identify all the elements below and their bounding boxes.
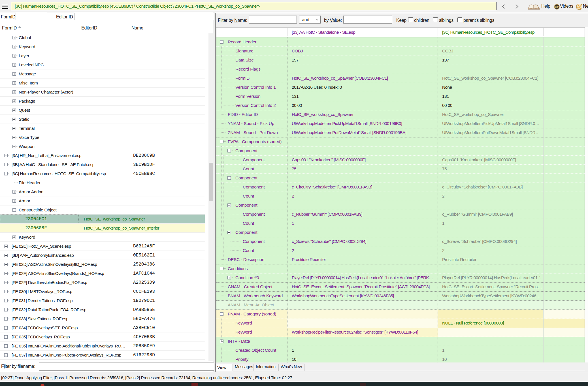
svg-text:GP: GP xyxy=(555,6,559,9)
